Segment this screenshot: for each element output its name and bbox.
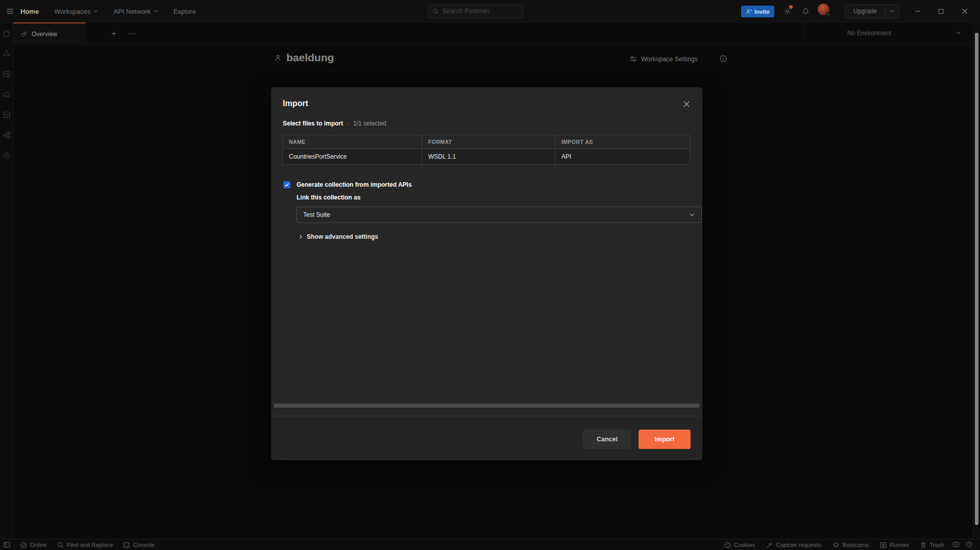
bootcamp-button[interactable]: Bootcamp	[832, 542, 869, 548]
close-icon[interactable]	[681, 98, 692, 110]
sliders-icon	[629, 55, 637, 63]
show-advanced-settings-toggle[interactable]: Show advanced settings	[298, 233, 378, 240]
modal-footer: Cancel Import	[271, 416, 702, 460]
right-scrollbar-track	[973, 22, 980, 539]
search-icon	[432, 8, 439, 15]
column-header-import-as: IMPORT AS	[555, 135, 690, 149]
invite-button[interactable]: Invite	[741, 6, 774, 17]
chevron-right-icon	[298, 234, 303, 239]
trash-icon	[920, 542, 926, 548]
monitors-icon[interactable]	[3, 111, 11, 119]
notification-dot	[789, 5, 793, 9]
chevron-down-icon	[153, 9, 158, 14]
generate-collection-label: Generate collection from imported APIs	[297, 181, 412, 188]
horizontal-scrollbar-thumb[interactable]	[274, 404, 700, 408]
chevron-down-icon	[93, 9, 98, 14]
checkbox-checked[interactable]	[283, 181, 290, 188]
find-and-replace-button[interactable]: Find and Replace	[57, 542, 113, 548]
status-bar: Online Find and Replace Console Cookies …	[0, 539, 980, 550]
cookie-icon	[724, 542, 731, 548]
tab-options-icon[interactable]: ⋯	[127, 28, 138, 39]
workspace-title: baeldung	[286, 52, 334, 64]
cell-import-as: API	[555, 149, 690, 165]
info-icon[interactable]	[719, 55, 727, 63]
nav-workspaces[interactable]: Workspaces	[54, 8, 98, 15]
environments-icon[interactable]	[3, 70, 11, 78]
right-scrollbar-thumb[interactable]	[975, 33, 978, 525]
chevron-down-icon	[955, 30, 961, 36]
column-header-format: FORMAT	[422, 135, 555, 149]
nav-home[interactable]: Home	[20, 8, 39, 15]
import-files-table: NAME FORMAT IMPORT AS CountriesPortServi…	[282, 135, 690, 165]
cancel-button[interactable]: Cancel	[583, 430, 631, 449]
tab-overview[interactable]: Overview	[13, 22, 86, 45]
graduation-cap-icon	[832, 542, 840, 548]
cell-format: WSDL 1.1	[422, 149, 555, 165]
window-minimize-button[interactable]	[906, 0, 929, 22]
connection-status[interactable]: Online	[20, 542, 47, 548]
import-modal: Import Select files to import · 1/1 sele…	[271, 87, 702, 460]
settings-gear-icon[interactable]	[781, 5, 794, 17]
column-header-name: NAME	[283, 135, 422, 149]
console-button[interactable]: Console	[123, 542, 154, 548]
upgrade-button[interactable]: Upgrade	[845, 4, 899, 18]
workspace-header: baeldung Workspace Settings	[13, 45, 973, 71]
cookies-button[interactable]: Cookies	[724, 542, 755, 548]
checkmark-icon	[284, 182, 289, 187]
workspace-settings-button[interactable]: Workspace Settings	[629, 55, 698, 63]
runner-icon	[880, 542, 887, 548]
history-icon[interactable]	[3, 152, 11, 160]
trash-button[interactable]: Trash	[920, 542, 944, 548]
left-sidebar-rail	[0, 22, 13, 539]
global-search[interactable]	[428, 4, 523, 18]
main-menu-icon[interactable]	[0, 0, 20, 22]
chevron-down-icon	[689, 212, 695, 218]
tab-bar: Overview + ⋯ No Environment	[13, 22, 980, 45]
search-icon	[57, 542, 64, 548]
table-row[interactable]: CountriesPortService WSDL 1.1 API	[283, 149, 690, 165]
cell-name: CountriesPortService	[283, 149, 422, 165]
capture-icon	[766, 542, 773, 548]
person-plus-icon	[746, 9, 752, 15]
link-collection-label: Link this collection as	[297, 194, 360, 201]
generate-collection-checkbox-row[interactable]: Generate collection from imported APIs	[283, 181, 412, 188]
new-tab-button[interactable]: +	[108, 28, 119, 39]
modal-title: Import	[283, 99, 308, 108]
selected-count: 1/1 selected	[353, 120, 386, 127]
help-icon[interactable]	[966, 541, 974, 549]
apis-icon[interactable]	[3, 49, 11, 58]
capture-requests-button[interactable]: Capture requests	[766, 542, 821, 548]
link-collection-select[interactable]: Test Suite	[297, 207, 702, 223]
chevron-down-icon[interactable]	[885, 5, 899, 18]
toggle-sidebar-icon[interactable]	[3, 541, 10, 548]
search-input[interactable]	[443, 8, 514, 15]
nav-explore[interactable]: Explore	[174, 8, 196, 15]
overview-tab-icon	[20, 31, 28, 38]
window-maximize-button[interactable]	[929, 0, 952, 22]
two-pane-view-icon[interactable]	[952, 541, 961, 549]
mock-servers-icon[interactable]	[3, 90, 11, 98]
window-close-button[interactable]	[953, 0, 976, 22]
check-circle-icon	[20, 542, 27, 548]
select-value: Test Suite	[303, 211, 689, 218]
runner-button[interactable]: Runner	[880, 542, 909, 548]
notifications-bell-icon[interactable]	[799, 5, 812, 17]
user-avatar[interactable]	[818, 4, 829, 15]
top-bar: Home Workspaces API Network Explore Invi…	[0, 0, 980, 22]
divider	[804, 22, 804, 44]
environment-selector[interactable]: No Environment	[810, 22, 963, 44]
personal-workspace-icon	[274, 54, 282, 62]
flows-icon[interactable]	[3, 131, 11, 139]
select-files-subtitle: Select files to import · 1/1 selected	[283, 120, 386, 127]
collections-icon[interactable]	[3, 30, 11, 38]
postman-app-window: Home Workspaces API Network Explore Invi…	[0, 0, 980, 550]
nav-api-network[interactable]: API Network	[113, 8, 158, 15]
import-button[interactable]: Import	[639, 430, 691, 449]
avatar-badge	[826, 12, 830, 16]
console-icon	[123, 542, 130, 548]
